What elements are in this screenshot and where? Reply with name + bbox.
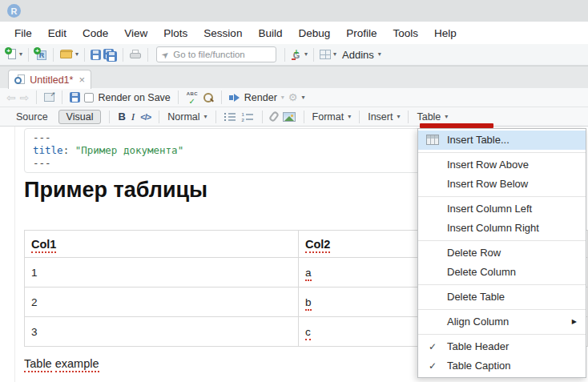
menu-bar: File Edit Code View Plots Session Build … [0, 22, 588, 44]
render-dropdown-icon[interactable]: ▾ [281, 94, 284, 101]
italic-button[interactable]: I [131, 111, 135, 123]
menu-build[interactable]: Build [250, 27, 290, 39]
source-mode-button[interactable]: Source [11, 110, 53, 124]
menu-tools[interactable]: Tools [385, 27, 426, 39]
menu-item-delete-table[interactable]: Delete Table [418, 288, 586, 307]
render-on-save-checkbox[interactable] [84, 93, 94, 103]
options-dropdown-icon[interactable]: ▾ [301, 94, 304, 101]
forward-icon[interactable]: ⇨ [20, 92, 30, 103]
visual-mode-button[interactable]: Visual [58, 110, 102, 124]
menu-debug[interactable]: Debug [290, 27, 338, 39]
table-cell[interactable]: 1 [25, 258, 299, 288]
table-caret-icon: ▾ [445, 114, 448, 120]
tab-label: Untitled1* [30, 74, 73, 86]
open-file-icon[interactable] [59, 49, 73, 60]
checkmark-icon: ✓ [429, 337, 437, 356]
checkmark-icon: ✓ [429, 356, 437, 376]
quarto-doc-icon [14, 74, 25, 86]
paragraph-style-dropdown[interactable]: Normal ▾ [167, 111, 207, 123]
menu-item-table-caption[interactable]: ✓ Table Caption [418, 356, 586, 376]
menu-file[interactable]: File [6, 27, 40, 39]
document-heading[interactable]: Пример таблицы [24, 178, 207, 203]
image-icon[interactable] [283, 112, 296, 122]
numbered-list-icon[interactable] [242, 112, 254, 122]
editor-tab-bar: Untitled1* × [0, 66, 588, 88]
print-icon[interactable] [129, 49, 142, 60]
insert-menu-button[interactable]: Insert ▾ [368, 111, 400, 123]
new-project-icon[interactable]: R+ [34, 48, 47, 61]
insert-caret-icon: ▾ [397, 114, 400, 120]
menu-item-insert-table[interactable]: Insert Table... [418, 131, 586, 150]
menu-code[interactable]: Code [75, 27, 116, 39]
table-cell[interactable]: 3 [25, 317, 299, 347]
format-menu-button[interactable]: Format ▾ [312, 111, 352, 123]
menu-item-insert-column-right[interactable]: Insert Column Right [418, 219, 586, 238]
menu-help[interactable]: Help [426, 27, 465, 39]
addins-caret-icon: ▾ [378, 51, 381, 58]
spellcheck-icon[interactable]: ABC ✓ [186, 91, 199, 104]
format-caret-icon: ▾ [348, 114, 351, 120]
save-document-icon[interactable] [70, 92, 80, 103]
addins-label: Addins [342, 49, 374, 61]
menu-item-insert-row-below[interactable]: Insert Row Below [418, 175, 586, 194]
menu-profile[interactable]: Profile [338, 27, 385, 39]
menu-plots[interactable]: Plots [155, 27, 195, 39]
bold-button[interactable]: B [118, 111, 125, 123]
title-bar: R [0, 0, 588, 22]
menu-separator [418, 196, 586, 197]
find-replace-icon[interactable] [203, 92, 214, 103]
goto-file-input[interactable] [173, 50, 261, 59]
addins-button[interactable]: Addins ▾ [339, 49, 385, 61]
menu-edit[interactable]: Edit [40, 27, 75, 39]
menu-separator [418, 309, 586, 310]
editor-margin-line [14, 127, 15, 382]
menu-item-align-column[interactable]: Align Column ▶ [418, 312, 586, 332]
new-file-icon[interactable]: + [6, 48, 17, 61]
style-caret-icon: ▾ [204, 114, 207, 120]
table-cell[interactable]: 2 [25, 288, 299, 317]
menu-separator [418, 152, 586, 153]
menu-separator [418, 334, 586, 335]
table-dropdown-menu: Insert Table... Insert Row Above Insert … [417, 128, 586, 378]
submenu-arrow-icon: ▶ [572, 312, 577, 332]
main-toolbar: + ▾ R+ ▾ ➤ G ▾ ▾ Addins ▾ [0, 44, 588, 66]
link-icon[interactable] [268, 111, 279, 123]
gear-icon[interactable]: ⚙ [288, 92, 298, 103]
table-caption-text[interactable]: Table example [24, 357, 99, 370]
document-toolbar: ⇦ ⇨ Render on Save ABC ✓ Render ▾ ⚙ ▾ [0, 88, 588, 107]
menu-item-insert-row-above[interactable]: Insert Row Above [418, 155, 586, 175]
menu-separator [418, 284, 586, 285]
new-file-dropdown-icon[interactable]: ▾ [19, 51, 22, 58]
annotation-red-underline [420, 123, 493, 128]
menu-item-delete-row[interactable]: Delete Row [418, 243, 586, 263]
open-in-new-window-icon[interactable] [44, 93, 54, 102]
table-menu-button[interactable]: Table ▾ [417, 111, 448, 123]
menu-item-insert-column-left[interactable]: Insert Column Left [418, 199, 586, 219]
rstudio-logo-icon: R [7, 4, 21, 18]
menu-item-table-header[interactable]: ✓ Table Header [418, 337, 586, 356]
bullet-list-icon[interactable] [224, 112, 236, 122]
version-control-icon[interactable]: G [291, 48, 302, 61]
menu-separator [418, 240, 586, 241]
goto-arrow-icon: ➤ [159, 48, 171, 61]
save-icon[interactable] [91, 50, 101, 60]
workspace-panes-icon[interactable] [320, 50, 331, 59]
format-toolbar: Source Visual B I </> Normal ▾ Format ▾ … [0, 107, 588, 127]
render-arrow-icon[interactable] [229, 94, 240, 102]
save-all-icon[interactable] [103, 49, 117, 61]
code-button[interactable]: </> [140, 112, 151, 122]
tab-untitled1[interactable]: Untitled1* × [8, 70, 91, 89]
menu-view[interactable]: View [116, 27, 155, 39]
menu-session[interactable]: Session [195, 27, 250, 39]
tab-close-icon[interactable]: × [79, 74, 85, 86]
back-icon[interactable]: ⇦ [6, 92, 16, 103]
menu-item-delete-column[interactable]: Delete Column [418, 263, 586, 282]
rstudio-window: R File Edit Code View Plots Session Buil… [0, 0, 588, 382]
render-on-save-label: Render on Save [98, 92, 170, 103]
open-file-dropdown-icon[interactable]: ▾ [75, 51, 79, 58]
render-button-label[interactable]: Render [244, 92, 277, 103]
goto-file-box: ➤ [156, 46, 276, 62]
version-control-dropdown-icon[interactable]: ▾ [304, 51, 308, 58]
panes-dropdown-icon[interactable]: ▾ [333, 51, 336, 58]
table-header-cell[interactable]: Col1 [25, 231, 299, 258]
